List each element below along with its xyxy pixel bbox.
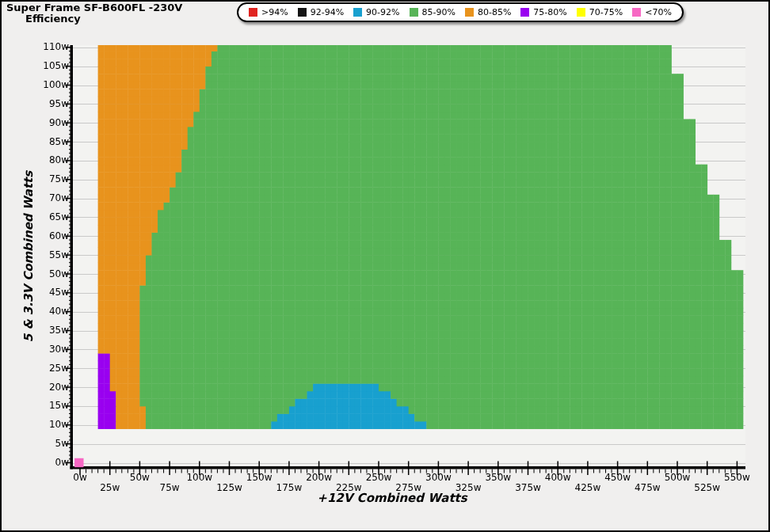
y-tick-label: 100w	[21, 79, 69, 91]
y-tick-label: 95w	[21, 98, 69, 110]
legend-label: 70-75%	[589, 7, 623, 17]
efficiency-map-canvas	[0, 0, 770, 532]
y-tick-label: 10w	[21, 419, 69, 431]
legend-swatch	[353, 8, 362, 17]
x-tick-label: 500w	[654, 472, 701, 483]
x-tick-label: 300w	[414, 472, 462, 483]
y-tick-label: 25w	[21, 363, 69, 374]
legend-item: <70%	[632, 7, 672, 17]
legend-label: 92-94%	[311, 7, 344, 17]
y-tick-label: 110w	[21, 41, 69, 53]
x-tick-label: 250w	[355, 472, 402, 483]
legend-label: <70%	[645, 7, 672, 17]
legend-label: 75-80%	[533, 7, 566, 17]
chart-title-line2: Efficiency	[6, 13, 182, 25]
legend-item: 85-90%	[410, 7, 456, 17]
efficiency-chart-window: Super Frame SF-B600FL -230V Efficiency >…	[0, 0, 770, 532]
legend-label: 85-90%	[422, 7, 456, 17]
legend-item: >94%	[249, 7, 288, 17]
y-tick-label: 5w	[21, 438, 69, 450]
y-tick-label: 105w	[21, 60, 69, 72]
x-tick-label: 50w	[116, 472, 163, 483]
y-tick-label: 0w	[21, 457, 69, 469]
legend-label: 90-92%	[366, 7, 399, 17]
legend-label: 80-85%	[478, 7, 511, 17]
legend-swatch	[298, 8, 307, 17]
y-tick-label: 15w	[21, 400, 69, 412]
x-tick-label: 400w	[534, 472, 581, 483]
legend-item: 90-92%	[353, 7, 399, 17]
legend-item: 70-75%	[577, 7, 623, 17]
legend-swatch	[465, 8, 474, 17]
x-tick-label: 550w	[713, 472, 760, 483]
legend-label: >94%	[261, 7, 288, 17]
legend-swatch	[410, 8, 418, 17]
legend-swatch	[577, 8, 585, 17]
legend-item: 80-85%	[465, 7, 511, 17]
x-axis-title: +12V Combined Watts	[59, 491, 725, 505]
x-tick-label: 100w	[176, 472, 223, 483]
chart-title-line1: Super Frame SF-B600FL -230V	[6, 2, 182, 13]
y-tick-label: 30w	[21, 344, 69, 355]
chart-title: Super Frame SF-B600FL -230V Efficiency	[6, 2, 182, 25]
y-tick-label: 20w	[21, 382, 69, 393]
y-tick-label: 90w	[21, 117, 69, 129]
legend-item: 75-80%	[520, 7, 566, 17]
legend-swatch	[520, 8, 529, 17]
y-axis-title: 5 & 3.3V Combined Watts	[21, 171, 36, 342]
legend-item: 92-94%	[298, 7, 344, 17]
legend: >94%92-94%90-92%85-90%80-85%75-80%70-75%…	[237, 2, 684, 22]
legend-swatch	[632, 8, 641, 17]
x-tick-label: 350w	[475, 472, 522, 483]
y-tick-label: 85w	[21, 136, 69, 148]
x-tick-label: 0w	[56, 472, 104, 483]
x-tick-label: 150w	[235, 472, 283, 483]
legend-swatch	[249, 8, 257, 17]
y-tick-label: 80w	[21, 154, 69, 166]
x-tick-label: 450w	[594, 472, 642, 483]
x-tick-label: 200w	[295, 472, 343, 483]
